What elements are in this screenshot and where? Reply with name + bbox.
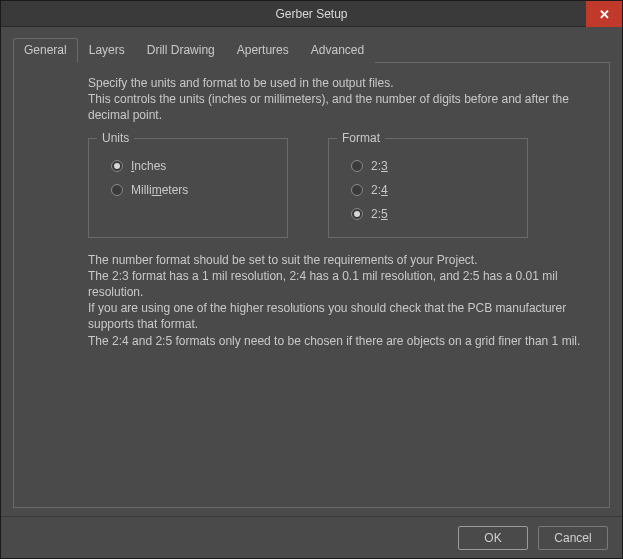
- options-row: Units Inches Millimeters Format 2:3: [88, 138, 595, 238]
- format-group: Format 2:3 2:4 2:5: [328, 138, 528, 238]
- close-button[interactable]: ✕: [586, 1, 622, 27]
- desc-line: Specify the units and format to be used …: [88, 75, 575, 91]
- tab-panel-general: Specify the units and format to be used …: [13, 63, 610, 508]
- radio-format-23[interactable]: 2:3: [351, 159, 511, 173]
- radio-label-millimeters: Millimeters: [131, 183, 188, 197]
- tab-general[interactable]: General: [13, 38, 78, 63]
- tab-layers[interactable]: Layers: [78, 38, 136, 63]
- note-line: If you are using one of the higher resol…: [88, 300, 585, 332]
- ok-button[interactable]: OK: [458, 526, 528, 550]
- radio-millimeters[interactable]: Millimeters: [111, 183, 271, 197]
- cancel-button[interactable]: Cancel: [538, 526, 608, 550]
- units-group-title: Units: [97, 131, 134, 145]
- note-line: The 2:3 format has a 1 mil resolution, 2…: [88, 268, 585, 300]
- radio-icon: [111, 184, 123, 196]
- units-group: Units Inches Millimeters: [88, 138, 288, 238]
- desc-line: This controls the units (inches or milli…: [88, 91, 575, 123]
- format-group-title: Format: [337, 131, 385, 145]
- gerber-setup-dialog: Gerber Setup ✕ General Layers Drill Draw…: [0, 0, 623, 559]
- radio-label-inches: Inches: [131, 159, 166, 173]
- radio-format-24[interactable]: 2:4: [351, 183, 511, 197]
- radio-label-23: 2:3: [371, 159, 388, 173]
- notes-text: The number format should be set to suit …: [88, 252, 585, 349]
- note-line: The number format should be set to suit …: [88, 252, 585, 268]
- radio-icon: [111, 160, 123, 172]
- tab-apertures[interactable]: Apertures: [226, 38, 300, 63]
- radio-icon: [351, 160, 363, 172]
- description-text: Specify the units and format to be used …: [88, 75, 575, 124]
- radio-label-25: 2:5: [371, 207, 388, 221]
- dialog-content: General Layers Drill Drawing Apertures A…: [1, 27, 622, 516]
- radio-label-24: 2:4: [371, 183, 388, 197]
- radio-icon: [351, 184, 363, 196]
- note-line: The 2:4 and 2:5 formats only need to be …: [88, 333, 585, 349]
- radio-inches[interactable]: Inches: [111, 159, 271, 173]
- tab-drill-drawing[interactable]: Drill Drawing: [136, 38, 226, 63]
- close-icon: ✕: [599, 7, 610, 22]
- tab-advanced[interactable]: Advanced: [300, 38, 375, 63]
- titlebar: Gerber Setup ✕: [1, 1, 622, 27]
- dialog-footer: OK Cancel: [1, 516, 622, 558]
- radio-format-25[interactable]: 2:5: [351, 207, 511, 221]
- radio-icon: [351, 208, 363, 220]
- tab-strip: General Layers Drill Drawing Apertures A…: [13, 37, 610, 63]
- dialog-title: Gerber Setup: [275, 7, 347, 21]
